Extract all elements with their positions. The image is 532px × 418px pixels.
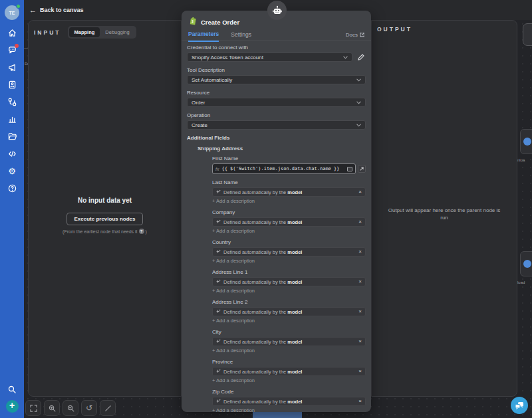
ai-fields: Last Name Defined automatically by the m… <box>212 179 366 412</box>
add-description-link[interactable]: + Add a description <box>212 378 366 383</box>
sparkles-icon <box>216 369 221 374</box>
input-empty-state: No input data yet Execute previous nodes… <box>29 197 181 234</box>
sidebar-item-help[interactable] <box>5 183 19 193</box>
tab-debugging[interactable]: Debugging <box>100 27 134 37</box>
reset-view-button[interactable]: ↺ <box>81 400 97 416</box>
chat-help-button[interactable] <box>511 397 528 414</box>
online-status-dot <box>16 4 21 9</box>
operation-select[interactable]: Create <box>187 120 366 130</box>
partial-node-1[interactable] <box>520 129 532 154</box>
add-description-link[interactable]: + Add a description <box>212 288 366 294</box>
sidebar-item-code[interactable] <box>5 149 19 159</box>
fx-icon: fx <box>215 167 219 171</box>
first-name-expression-input[interactable]: fx {{ $('Switch').item.json.data.chat.na… <box>212 163 356 174</box>
field-label: Address Line 2 <box>212 299 366 305</box>
back-arrow-icon: ← <box>29 6 37 14</box>
sidebar-nav: ⚙ <box>5 28 19 193</box>
ai-defined-input[interactable]: Defined automatically by the model × <box>212 307 366 316</box>
field-label: Address Line 1 <box>212 269 366 275</box>
fit-view-button[interactable] <box>25 400 41 416</box>
avatar[interactable]: TE <box>5 5 19 20</box>
back-to-canvas-link[interactable]: ← Back to canvas <box>29 6 84 14</box>
sidebar-item-workflows[interactable] <box>5 97 19 107</box>
clear-field-button[interactable]: × <box>358 249 362 255</box>
zoom-in-icon <box>49 405 56 412</box>
external-link-icon <box>360 33 364 37</box>
assistant-robot-avatar[interactable] <box>267 1 287 20</box>
help-circle-icon <box>8 184 17 193</box>
add-description-link[interactable]: + Add a description <box>212 318 366 324</box>
clear-field-button[interactable]: × <box>358 189 362 195</box>
sidebar-item-home[interactable] <box>5 28 19 38</box>
clear-field-button[interactable]: × <box>358 399 362 404</box>
sparkles-icon <box>216 309 221 314</box>
drag-handle-icon[interactable] <box>347 167 352 171</box>
add-workflow-button[interactable]: + <box>6 400 19 413</box>
home-icon <box>8 29 17 37</box>
add-description-link[interactable]: + Add a description <box>212 199 366 204</box>
shopify-icon <box>188 16 197 28</box>
clear-field-button[interactable]: × <box>358 369 362 374</box>
clear-field-button[interactable]: × <box>358 279 362 284</box>
execute-previous-nodes-button[interactable]: Execute previous nodes <box>66 213 142 225</box>
ai-defined-input[interactable]: Defined automatically by the model × <box>212 217 366 227</box>
ai-defined-input[interactable]: Defined automatically by the model × <box>212 367 366 376</box>
dialog-tabs: Parameters Settings Docs <box>182 29 371 41</box>
search-button[interactable] <box>5 384 19 394</box>
add-description-link[interactable]: + Add a description <box>212 408 366 412</box>
tab-parameters[interactable]: Parameters <box>188 31 219 42</box>
create-order-dialog: Create Order Parameters Settings Docs Cr… <box>182 11 371 412</box>
clear-field-button[interactable]: × <box>358 339 362 344</box>
dialog-body: Credential to connect with Shopify Acces… <box>182 41 371 412</box>
zoom-out-button[interactable] <box>63 400 78 416</box>
sidebar-bottom: + <box>5 384 19 413</box>
chevron-down-icon <box>356 124 361 127</box>
input-panel: INPUT Mapping Debugging No input data ye… <box>28 20 182 397</box>
sidebar-item-projects[interactable] <box>5 132 19 142</box>
ai-defined-input[interactable]: Defined automatically by the model × <box>212 397 366 406</box>
tab-mapping[interactable]: Mapping <box>69 27 100 37</box>
contact-book-icon <box>8 80 17 89</box>
ai-field: Province Defined automatically by the mo… <box>212 359 366 383</box>
resize-button[interactable] <box>100 400 116 416</box>
help-icon[interactable]: ? <box>139 229 144 234</box>
chevron-down-icon <box>356 78 361 82</box>
sidebar-item-support-chat[interactable] <box>5 45 19 55</box>
tool-description-select[interactable]: Set Automatically <box>187 75 366 84</box>
partial-node-2[interactable] <box>520 251 532 276</box>
expand-expression-button[interactable] <box>358 165 366 173</box>
chat-bubbles-icon <box>515 401 524 410</box>
operation-field: Operation Create <box>187 112 366 130</box>
field-label: Last Name <box>212 179 366 185</box>
workflow-canvas[interactable]: Do nloa load INPUT Mapping Debugging <box>24 20 532 418</box>
shipping-address-section: Shipping Address First Name fx {{ $('Swi… <box>187 146 366 412</box>
notification-dot <box>15 44 19 48</box>
clear-field-button[interactable]: × <box>358 219 362 225</box>
ai-defined-input[interactable]: Defined automatically by the model × <box>212 277 366 286</box>
workflow-icon <box>8 98 17 106</box>
add-description-link[interactable]: + Add a description <box>212 259 366 264</box>
sidebar-item-contacts[interactable] <box>5 80 19 90</box>
edit-credential-button[interactable] <box>356 52 366 62</box>
add-description-link[interactable]: + Add a description <box>212 229 366 234</box>
ai-defined-input[interactable]: Defined automatically by the model × <box>212 187 366 197</box>
docs-link[interactable]: Docs <box>346 32 364 41</box>
clear-field-button[interactable]: × <box>358 309 362 314</box>
credential-select[interactable]: Shopify Access Token account <box>187 52 352 62</box>
sidebar-item-insights[interactable] <box>5 114 19 124</box>
resize-icon <box>104 405 112 412</box>
tab-settings[interactable]: Settings <box>231 31 251 41</box>
add-description-link[interactable]: + Add a description <box>212 348 366 354</box>
zoom-in-button[interactable] <box>44 400 60 416</box>
fit-view-icon <box>30 405 37 412</box>
ai-defined-input[interactable]: Defined automatically by the model × <box>212 247 366 257</box>
sidebar-item-settings[interactable]: ⚙ <box>5 166 19 176</box>
expression-value: {{ $('Switch').item.json.data.chat.name … <box>221 166 347 171</box>
sidebar-item-announcements[interactable] <box>5 62 19 72</box>
field-label: Country <box>212 239 366 245</box>
output-panel: OUTPUT Output will appear here once the … <box>371 20 517 397</box>
resource-select[interactable]: Order <box>187 98 366 107</box>
ai-defined-input[interactable]: Defined automatically by the model × <box>212 337 366 346</box>
field-label: Operation <box>187 112 366 118</box>
dialog-title: Create Order <box>201 19 239 26</box>
